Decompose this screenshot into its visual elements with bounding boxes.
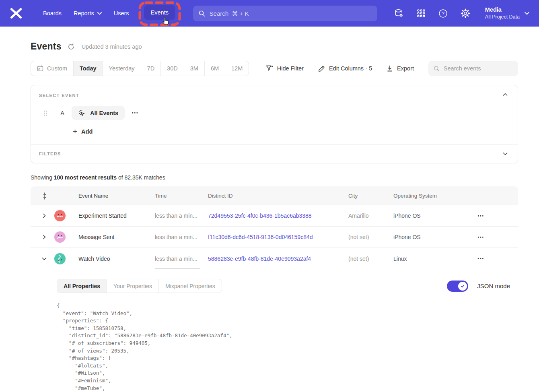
hide-filter-label: Hide Filter — [277, 65, 304, 72]
event-selection-row: A All Events ••• — [39, 106, 510, 120]
nav-item-reports-label: Reports — [74, 10, 94, 17]
date-range-yesterday[interactable]: Yesterday — [103, 61, 141, 76]
nav-item-users[interactable]: Users — [108, 6, 135, 21]
nav-item-events-label: Events — [151, 9, 169, 16]
mixpanel-logo[interactable] — [10, 7, 23, 19]
mouse-cursor-icon — [160, 17, 169, 25]
search-events-input[interactable] — [444, 65, 513, 72]
date-range-control: Custom Today Yesterday 7D 30D 3M 6M 12M — [31, 61, 249, 76]
collapse-row-chevron-icon[interactable] — [42, 256, 47, 261]
distinct-id-link[interactable]: f11c30d6-dc6d-4518-9136-0d046159c84d — [208, 234, 313, 240]
add-event-button[interactable]: + Add — [73, 128, 93, 135]
horizontal-scrollbar[interactable] — [155, 268, 200, 269]
refresh-button[interactable] — [68, 43, 76, 51]
global-search-input[interactable] — [210, 10, 372, 17]
date-range-30d[interactable]: 30D — [160, 61, 184, 76]
filter-funnel-icon — [266, 65, 273, 72]
date-range-12m[interactable]: 12M — [225, 61, 249, 76]
drag-handle-icon[interactable] — [43, 110, 47, 116]
export-button[interactable]: Export — [387, 65, 414, 72]
date-range-6m-label: 6M — [211, 65, 219, 72]
project-switcher[interactable]: Media All Project Data — [485, 6, 529, 20]
date-range-7d-label: 7D — [147, 65, 155, 72]
row-more-options-button[interactable]: ••• — [477, 235, 484, 239]
expand-row-chevron-icon[interactable] — [42, 213, 47, 218]
filters-heading: FILTERS — [39, 151, 61, 156]
refresh-icon — [68, 43, 75, 50]
last-updated-text: Updated 3 minutes ago — [82, 43, 142, 50]
event-name-cell: Message Sent — [78, 234, 155, 240]
event-selector-chip[interactable]: All Events — [72, 106, 125, 120]
tab-mixpanel-properties[interactable]: Mixpanel Properties — [158, 279, 222, 293]
results-count: 100 most recent results — [54, 174, 117, 181]
collapse-select-event-chevron-icon[interactable] — [502, 92, 508, 97]
results-summary: Showing 100 most recent results of 82.35… — [31, 174, 518, 181]
filters-section[interactable]: FILTERS — [31, 144, 518, 163]
time-cell: less than a min... — [155, 213, 208, 219]
tab-all-properties-label: All Properties — [64, 283, 100, 289]
help-icon: ? — [438, 9, 448, 18]
plus-icon: + — [73, 128, 77, 135]
date-range-7d[interactable]: 7D — [141, 61, 161, 76]
project-scope: All Project Data — [485, 14, 520, 20]
event-json-view: { "event": "Watch Video", "properties": … — [57, 302, 510, 392]
date-range-today[interactable]: Today — [73, 61, 103, 76]
distinct-id-link[interactable]: 5886283e-e9fb-48fb-81de-40e9093a2af4 — [208, 256, 311, 262]
date-range-custom[interactable]: Custom — [31, 61, 73, 76]
row-more-options-button[interactable]: ••• — [477, 256, 484, 261]
data-management-button[interactable] — [394, 8, 404, 18]
event-more-options-button[interactable]: ••• — [132, 111, 139, 115]
help-button[interactable]: ? — [438, 8, 448, 18]
row-more-options-button[interactable]: ••• — [477, 214, 484, 218]
table-row-expanded[interactable]: Watch Video less than a min... 5886283e-… — [31, 248, 518, 269]
nav-item-boards[interactable]: Boards — [37, 6, 68, 21]
json-mode-toggle[interactable] — [447, 281, 468, 292]
chevron-down-icon — [97, 12, 102, 15]
date-range-today-label: Today — [80, 65, 97, 72]
event-avatar — [54, 253, 66, 264]
os-cell: iPhone OS — [393, 213, 474, 219]
table-row[interactable]: Message Sent less than a min... f11c30d6… — [31, 227, 518, 248]
nav-item-reports[interactable]: Reports — [68, 6, 108, 21]
column-header-event-name: Event Name — [78, 193, 155, 199]
date-range-30d-label: 30D — [167, 65, 178, 72]
select-event-heading: SELECT EVENT — [39, 93, 510, 98]
distinct-id-link[interactable]: 72d49553-25fc-4f0c-b436-1b5ac6ab3388 — [208, 213, 312, 219]
search-events-box — [428, 61, 518, 76]
tab-your-properties[interactable]: Your Properties — [107, 279, 158, 293]
results-prefix: Showing — [31, 174, 54, 181]
table-row[interactable]: Experiment Started less than a min... 72… — [31, 205, 518, 227]
tab-all-properties[interactable]: All Properties — [57, 279, 107, 293]
nav-item-users-label: Users — [114, 10, 129, 17]
tab-your-properties-label: Your Properties — [113, 283, 152, 289]
expand-row-chevron-icon[interactable] — [42, 235, 47, 239]
all-events-icon — [78, 109, 86, 117]
expand-filters-chevron-icon[interactable] — [502, 151, 508, 157]
add-event-label: Add — [81, 128, 93, 135]
os-cell: Linux — [393, 256, 474, 262]
city-cell: (not set) — [348, 256, 393, 262]
date-range-yesterday-label: Yesterday — [109, 65, 135, 72]
edit-columns-button[interactable]: Edit Columns · 5 — [318, 65, 372, 72]
event-avatar — [54, 210, 66, 221]
settings-button[interactable] — [461, 8, 470, 18]
event-avatar — [54, 231, 66, 243]
date-range-3m[interactable]: 3M — [184, 61, 204, 76]
event-name-cell: Watch Video — [78, 256, 155, 262]
results-suffix: of 82.35K matches — [117, 174, 165, 181]
apps-grid-button[interactable] — [416, 8, 426, 18]
date-range-6m[interactable]: 6M — [204, 61, 225, 76]
project-name: Media — [485, 6, 520, 14]
sort-by-time-icon[interactable] — [42, 192, 47, 200]
global-search — [193, 6, 377, 21]
gear-icon — [461, 8, 470, 18]
hide-filter-button[interactable]: Hide Filter — [266, 65, 304, 72]
tab-mixpanel-properties-label: Mixpanel Properties — [165, 283, 215, 289]
json-mode-label: JSON mode — [477, 283, 510, 289]
export-label: Export — [397, 65, 414, 72]
download-icon — [387, 65, 393, 72]
pencil-icon — [318, 65, 325, 72]
search-icon — [199, 10, 205, 17]
page-title: Events — [31, 41, 62, 52]
column-header-distinct-id: Distinct ID — [208, 193, 348, 199]
